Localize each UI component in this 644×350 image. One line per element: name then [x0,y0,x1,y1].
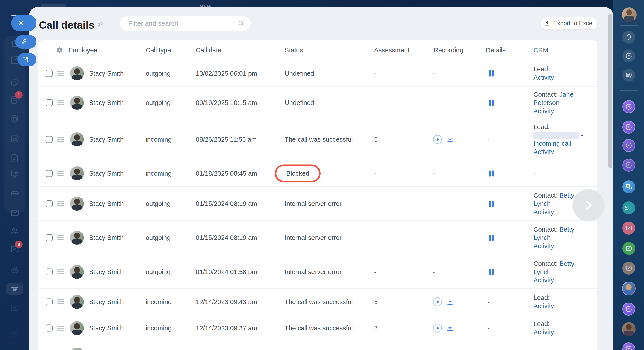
crm-link[interactable]: Activity [534,107,554,114]
crm-link[interactable]: Activity [534,148,554,155]
sidebar-item-calendar-icon[interactable] [10,133,20,144]
drag-handle-icon[interactable] [57,136,64,143]
row-checkbox[interactable] [46,234,52,241]
rail-avatar[interactable] [622,322,636,336]
rail-copilot-icon[interactable] [622,100,635,113]
rail-chat-bubbles-icon[interactable] [622,180,635,193]
download-recording-icon[interactable] [446,136,454,144]
play-recording-icon[interactable] [432,134,442,144]
crm-link[interactable]: Betty [560,192,574,199]
view-details-book-icon[interactable] [487,234,496,242]
crm-link[interactable]: Incoming call [534,140,571,147]
row-checkbox[interactable] [46,99,52,106]
crm-link[interactable]: Lynch [534,234,550,241]
crm-link[interactable]: Activity [534,328,554,336]
sidebar-item-calendar-sync-icon[interactable] [10,302,20,314]
rail-check-tray-icon[interactable] [622,222,635,234]
column-settings-gear-icon[interactable] [56,46,63,54]
column-header-call-type[interactable]: Call type [146,46,171,54]
column-header-recording[interactable]: Recording [434,46,463,54]
crm-link[interactable]: Jane [560,91,574,98]
row-checkbox[interactable] [46,298,52,305]
drag-handle-icon[interactable] [57,70,64,77]
rail-check-tray-icon[interactable] [622,242,635,255]
vertical-scrollbar[interactable] [608,14,612,168]
view-details-book-icon[interactable] [487,170,496,178]
rail-check-tray-icon[interactable] [622,262,635,274]
sidebar-item-tasks-icon[interactable]: 8 [10,243,20,255]
row-checkbox[interactable] [46,324,52,332]
drag-handle-icon[interactable] [57,234,64,241]
search-icon[interactable] [238,20,245,27]
employee-name: Stacy Smith [89,99,124,106]
pin-icon[interactable] [96,21,104,29]
column-header-employee[interactable]: Employee [68,46,97,54]
row-checkbox[interactable] [46,70,52,77]
column-header-details[interactable]: Details [486,46,506,54]
column-header-crm[interactable]: CRM [534,46,548,54]
sidebar-item-users-icon[interactable] [10,225,20,237]
crm-link[interactable]: Activity [534,276,554,284]
sidebar-item-chat-icon[interactable] [10,77,20,88]
row-checkbox[interactable] [46,170,52,177]
open-external-button[interactable] [18,53,36,66]
rail-avatar[interactable] [622,8,636,22]
sidebar-item-filter-icon[interactable] [6,283,24,294]
rail-copilot-icon[interactable] [622,159,635,172]
export-to-excel-button[interactable]: Export to Excel [540,18,598,29]
rail-copilot-icon[interactable] [622,342,635,350]
drag-handle-icon[interactable] [57,268,64,276]
sidebar-item-file-icon[interactable] [10,152,20,164]
sidebar-item-robot-icon[interactable] [10,264,20,276]
column-header-status[interactable]: Status [285,46,303,54]
row-checkbox[interactable] [46,136,52,143]
crm-link[interactable]: Activity [534,302,554,310]
download-recording-icon[interactable] [446,298,454,306]
drag-handle-icon[interactable] [57,324,64,332]
sidebar-item-mail-icon[interactable] [10,207,20,219]
crm-link[interactable]: Peterson [534,99,560,106]
crm-link[interactable]: Activity [534,74,554,81]
crm-link[interactable]: Betty [560,260,574,267]
row-checkbox[interactable] [46,200,52,207]
assessment-score: - [374,234,376,242]
rail-avatar[interactable] [622,282,636,296]
crm-link[interactable]: Activity [534,208,554,215]
sidebar-item-hexagon-icon[interactable] [10,113,20,125]
drag-handle-icon[interactable] [57,298,64,306]
close-overlay-button[interactable] [11,15,36,31]
rail-copilot-icon[interactable] [622,139,635,152]
search-field [120,16,250,31]
copy-link-button[interactable] [15,35,36,48]
play-recording-icon[interactable] [432,297,442,307]
sidebar-item-notes-icon[interactable]: 1 [10,94,20,106]
rail-copilot-icon[interactable] [622,120,635,134]
download-recording-icon[interactable] [446,324,454,332]
collapse-panel-button[interactable] [572,189,604,221]
column-header-call-date[interactable]: Call date [196,46,221,54]
rail-bell-icon[interactable] [622,31,635,44]
view-details-book-icon[interactable] [487,200,496,208]
drag-handle-icon[interactable] [57,170,64,177]
rail-copilot-icon[interactable] [622,302,635,316]
rail-chat-sync-icon[interactable] [622,69,635,82]
row-checkbox[interactable] [46,268,52,275]
crm-link[interactable]: Lynch [534,268,550,275]
rail-copilot-icon[interactable] [622,50,635,62]
view-details-book-icon[interactable] [487,99,496,107]
search-input[interactable] [120,16,250,31]
crm-link[interactable]: Activity [534,242,554,250]
view-details-book-icon[interactable] [487,268,496,276]
rail-avatar-initials[interactable]: ST [622,202,635,214]
drag-handle-icon[interactable] [57,99,64,106]
play-recording-icon[interactable] [432,323,442,333]
crm-link[interactable]: Betty [560,226,574,233]
view-details-book-icon[interactable] [487,69,496,78]
column-header-assessment[interactable]: Assessment [374,46,410,54]
crm-link[interactable]: Lynch [534,200,550,207]
sidebar-item-drive-icon[interactable] [10,188,20,199]
sidebar-item-presentation-icon[interactable] [10,168,20,180]
sidebar-item-gear-icon[interactable] [10,328,20,340]
call-date: 09/19/2025 10:15 am [196,99,257,106]
drag-handle-icon[interactable] [57,200,64,207]
